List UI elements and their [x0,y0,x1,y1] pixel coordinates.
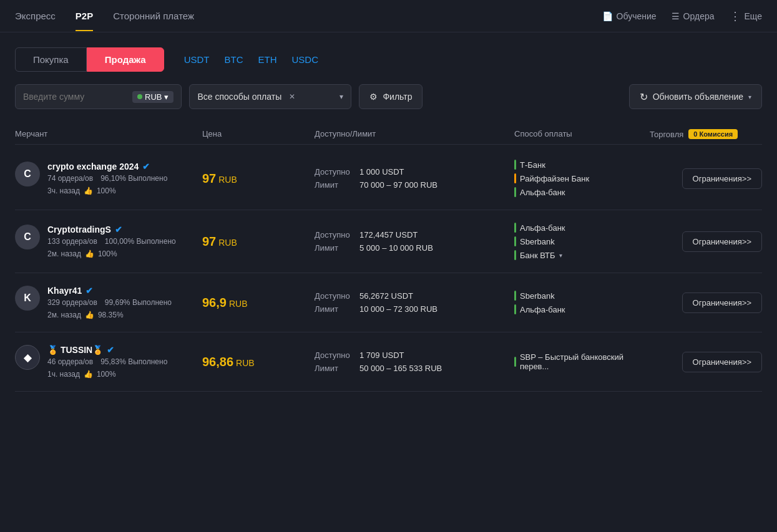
table-row: ◆ 🏅 TUSSIN🏅 ✔ 46 ордера/ов 95,83% Выполн… [15,332,762,392]
nav-express[interactable]: Экспресс [15,1,56,31]
filter-bar: RUB ▾ Все способы оплаты ✕ ▾ Фильтр Обно… [15,84,762,109]
merchant-info: ◆ 🏅 TUSSIN🏅 ✔ 46 ордера/ов 95,83% Выполн… [15,345,202,379]
payment-col: Sberbank Альфа-банк [514,291,650,314]
payment-method-select[interactable]: Все способы оплаты ✕ ▾ [189,84,351,109]
merchant-details: CryptotradingS ✔ 133 ордера/ов 100,00% В… [47,225,176,258]
payment-col: SBP – Быстрый банковский перев... [514,352,650,371]
limit-value: 50 000 – 165 533 RUB [359,364,442,373]
merchant-stats: 329 ордера/ов 99,69% Выполнено [47,298,172,307]
rating: 100% [97,186,116,195]
restrictions-button[interactable]: Ограничения>> [682,231,762,252]
limit-label: Лимит [315,364,352,373]
rating: 100% [98,249,117,258]
payment-method-item: Банк ВТБ▾ [514,250,650,260]
nav-right: Обучение Ордера Еще [602,9,762,23]
price-col: 96,86 RUB [202,355,315,369]
payment-color-dot [514,236,516,246]
payment-method-item: SBP – Быстрый банковский перев... [514,352,650,371]
sell-tab[interactable]: Продажа [87,47,164,72]
payment-color-dot [514,250,516,260]
main-content: Покупка Продажа USDT BTC ETH USDC RUB ▾ … [0,32,777,407]
payment-method-item: Альфа-банк [514,304,650,314]
currency-dot [137,94,142,99]
rating: 100% [97,370,116,379]
merchant-rows: C crypto exchange 2024 ✔ 74 ордера/ов 96… [15,147,762,392]
nav-orders[interactable]: Ордера [672,11,715,21]
limit-label: Лимит [315,180,352,190]
merchant-name: Khayr41 ✔ [47,286,172,296]
buy-tab[interactable]: Покупка [15,47,87,72]
commission-badge: 0 Комиссия [688,129,738,139]
verified-icon: ✔ [142,162,150,172]
available-value: 172,4457 USDT [359,230,418,239]
btc-tab[interactable]: BTC [225,52,243,67]
action-col: Ограничения>> [650,352,762,372]
price-value: 97 [202,235,216,249]
merchant-info: C crypto exchange 2024 ✔ 74 ордера/ов 96… [15,162,202,195]
merchant-info: C CryptotradingS ✔ 133 ордера/ов 100,00%… [15,225,202,258]
merchant-details: crypto exchange 2024 ✔ 74 ордера/ов 96,1… [47,162,167,195]
bank-dropdown-icon[interactable]: ▾ [559,252,562,259]
dots-icon [730,9,741,23]
limit-value: 10 000 – 72 300 RUB [359,304,437,314]
clear-payment-icon[interactable]: ✕ [289,92,295,101]
price-col: 97 RUB [202,235,315,249]
payment-chevron-icon: ▾ [340,92,343,101]
payment-color-dot [514,304,516,314]
merchant-time: 3ч. назад 👍 100% [47,186,167,195]
payment-color-dot [514,357,516,367]
list-icon [672,11,680,21]
available-row: Доступно 56,2672 USDT [315,291,514,301]
time-ago: 3ч. назад [47,186,80,195]
crypto-tabs: USDT BTC ETH USDC [184,52,318,67]
nav-third-party[interactable]: Сторонний платеж [113,1,194,31]
amount-input-wrap: RUB ▾ [15,84,182,109]
merchant-time: 2м. назад 👍 100% [47,249,176,258]
usdt-tab[interactable]: USDT [184,52,210,67]
thumbup-icon: 👍 [84,370,93,379]
order-count: 329 ордера/ов [47,298,97,307]
refresh-button[interactable]: Обновить объявление ▾ [629,84,762,109]
limit-label: Лимит [315,304,352,314]
available-label: Доступно [315,351,352,360]
action-col: Ограничения>> [650,168,762,189]
limit-value: 5 000 – 10 000 RUB [359,243,433,253]
completion-rate: 99,69% Выполнено [105,298,172,307]
amount-input[interactable] [23,92,132,102]
available-value: 1 000 USDT [359,167,404,177]
currency-badge[interactable]: RUB ▾ [132,91,173,103]
usdc-tab[interactable]: USDC [292,52,319,67]
price-currency: RUB [218,238,237,248]
refresh-chevron-icon: ▾ [748,94,751,100]
restrictions-button[interactable]: Ограничения>> [682,293,762,313]
eth-tab[interactable]: ETH [258,52,277,67]
avatar: C [15,162,40,186]
col-merchant-header: Мерчант [15,129,202,139]
col-available-header: Доступно/Лимит [315,129,514,139]
buy-sell-tabs: Покупка Продажа USDT BTC ETH USDC [15,47,762,72]
price-col: 97 RUB [202,172,315,186]
nav-p2p[interactable]: P2P [76,1,93,31]
action-col: Ограничения>> [650,293,762,313]
restrictions-button[interactable]: Ограничения>> [682,352,762,372]
completion-rate: 100,00% Выполнено [105,237,176,246]
time-ago: 2м. назад [47,311,81,319]
payment-method-item: Райффайзен Банк [514,173,650,183]
limit-row: Лимит 70 000 – 97 000 RUB [315,180,514,190]
availability-col: Доступно 172,4457 USDT Лимит 5 000 – 10 … [315,230,514,253]
merchant-stats: 133 ордера/ов 100,00% Выполнено [47,237,176,246]
limit-row: Лимит 50 000 – 165 533 RUB [315,364,514,373]
nav-education[interactable]: Обучение [602,11,657,21]
availability-col: Доступно 56,2672 USDT Лимит 10 000 – 72 … [315,291,514,314]
payment-method-item: Т-Банк [514,160,650,170]
nav-more[interactable]: Еще [730,9,763,23]
payment-method-item: Альфа-банк [514,223,650,233]
verified-icon: ✔ [115,225,122,235]
avatar: C [15,225,40,249]
payment-color-dot [514,173,516,183]
restrictions-button[interactable]: Ограничения>> [682,168,762,189]
available-value: 1 709 USDT [359,351,404,360]
available-label: Доступно [315,230,352,239]
col-payment-header: Способ оплаты [514,129,650,139]
filter-button[interactable]: Фильтр [359,84,423,109]
